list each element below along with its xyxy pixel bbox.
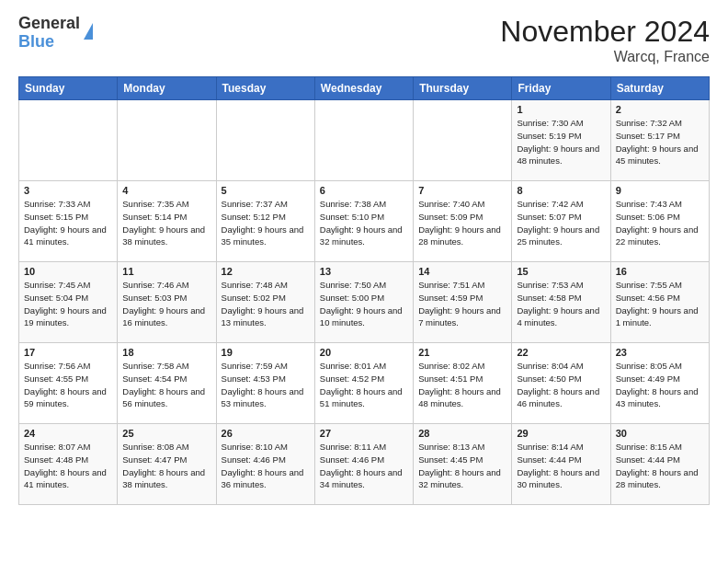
table-row: 9Sunrise: 7:43 AM Sunset: 5:06 PM Daylig… [610,181,709,262]
day-number: 12 [222,266,310,277]
day-number: 24 [24,428,112,439]
title-block: November 2024 Warcq, France [500,15,710,65]
day-number: 1 [517,104,605,115]
day-number: 6 [320,185,408,196]
day-number: 5 [222,185,310,196]
day-number: 2 [616,104,704,115]
calendar-subtitle: Warcq, France [500,49,710,65]
day-info: Sunrise: 7:30 AM Sunset: 5:19 PM Dayligh… [517,117,605,167]
table-row [314,100,413,181]
day-info: Sunrise: 7:50 AM Sunset: 5:00 PM Dayligh… [320,279,408,329]
table-row: 14Sunrise: 7:51 AM Sunset: 4:59 PM Dayli… [414,262,512,343]
table-row: 13Sunrise: 7:50 AM Sunset: 5:00 PM Dayli… [314,262,413,343]
day-info: Sunrise: 7:38 AM Sunset: 5:10 PM Dayligh… [320,198,408,248]
col-monday: Monday [118,77,216,100]
day-info: Sunrise: 7:43 AM Sunset: 5:06 PM Dayligh… [616,198,704,248]
day-number: 22 [517,347,605,358]
day-info: Sunrise: 7:48 AM Sunset: 5:02 PM Dayligh… [222,279,310,329]
table-row: 7Sunrise: 7:40 AM Sunset: 5:09 PM Daylig… [414,181,512,262]
table-row [414,100,512,181]
day-info: Sunrise: 7:56 AM Sunset: 4:55 PM Dayligh… [24,360,112,410]
calendar-title: November 2024 [500,15,710,49]
day-info: Sunrise: 8:15 AM Sunset: 4:44 PM Dayligh… [616,441,704,491]
day-number: 20 [320,347,408,358]
day-info: Sunrise: 8:14 AM Sunset: 4:44 PM Dayligh… [517,441,605,491]
day-info: Sunrise: 7:42 AM Sunset: 5:07 PM Dayligh… [517,198,605,248]
day-number: 21 [418,347,506,358]
table-row: 3Sunrise: 7:33 AM Sunset: 5:15 PM Daylig… [19,181,118,262]
col-sunday: Sunday [19,77,118,100]
day-info: Sunrise: 7:58 AM Sunset: 4:54 PM Dayligh… [122,360,210,410]
logo-line1: General [18,15,80,33]
day-number: 9 [616,185,704,196]
day-number: 26 [222,428,310,439]
table-row: 6Sunrise: 7:38 AM Sunset: 5:10 PM Daylig… [314,181,413,262]
day-info: Sunrise: 7:53 AM Sunset: 4:58 PM Dayligh… [517,279,605,329]
day-info: Sunrise: 7:59 AM Sunset: 4:53 PM Dayligh… [222,360,310,410]
table-row [19,100,118,181]
col-saturday: Saturday [610,77,709,100]
day-number: 14 [418,266,506,277]
logo: General Blue [18,15,93,52]
table-row: 27Sunrise: 8:11 AM Sunset: 4:46 PM Dayli… [314,424,413,505]
col-tuesday: Tuesday [216,77,314,100]
calendar-header-row: Sunday Monday Tuesday Wednesday Thursday… [19,77,710,100]
table-row: 1Sunrise: 7:30 AM Sunset: 5:19 PM Daylig… [512,100,610,181]
table-row: 12Sunrise: 7:48 AM Sunset: 5:02 PM Dayli… [216,262,314,343]
calendar-week-row: 1Sunrise: 7:30 AM Sunset: 5:19 PM Daylig… [19,100,710,181]
table-row: 24Sunrise: 8:07 AM Sunset: 4:48 PM Dayli… [19,424,118,505]
calendar-table: Sunday Monday Tuesday Wednesday Thursday… [18,76,710,505]
day-number: 3 [24,185,112,196]
table-row: 30Sunrise: 8:15 AM Sunset: 4:44 PM Dayli… [610,424,709,505]
calendar-week-row: 17Sunrise: 7:56 AM Sunset: 4:55 PM Dayli… [19,343,710,424]
table-row [216,100,314,181]
day-number: 17 [24,347,112,358]
day-info: Sunrise: 7:35 AM Sunset: 5:14 PM Dayligh… [122,198,210,248]
day-number: 28 [418,428,506,439]
page: General Blue November 2024 Warcq, France… [0,0,728,516]
table-row: 11Sunrise: 7:46 AM Sunset: 5:03 PM Dayli… [118,262,216,343]
table-row: 23Sunrise: 8:05 AM Sunset: 4:49 PM Dayli… [610,343,709,424]
day-number: 15 [517,266,605,277]
table-row: 4Sunrise: 7:35 AM Sunset: 5:14 PM Daylig… [118,181,216,262]
table-row: 19Sunrise: 7:59 AM Sunset: 4:53 PM Dayli… [216,343,314,424]
day-number: 10 [24,266,112,277]
table-row: 25Sunrise: 8:08 AM Sunset: 4:47 PM Dayli… [118,424,216,505]
day-info: Sunrise: 7:37 AM Sunset: 5:12 PM Dayligh… [222,198,310,248]
day-number: 27 [320,428,408,439]
day-info: Sunrise: 7:45 AM Sunset: 5:04 PM Dayligh… [24,279,112,329]
day-info: Sunrise: 8:07 AM Sunset: 4:48 PM Dayligh… [24,441,112,491]
logo-text: General Blue [18,15,80,52]
day-number: 18 [122,347,210,358]
day-number: 29 [517,428,605,439]
day-number: 13 [320,266,408,277]
table-row: 18Sunrise: 7:58 AM Sunset: 4:54 PM Dayli… [118,343,216,424]
day-number: 11 [122,266,210,277]
table-row: 28Sunrise: 8:13 AM Sunset: 4:45 PM Dayli… [414,424,512,505]
table-row: 29Sunrise: 8:14 AM Sunset: 4:44 PM Dayli… [512,424,610,505]
day-number: 8 [517,185,605,196]
day-info: Sunrise: 7:40 AM Sunset: 5:09 PM Dayligh… [418,198,506,248]
table-row: 10Sunrise: 7:45 AM Sunset: 5:04 PM Dayli… [19,262,118,343]
header: General Blue November 2024 Warcq, France [18,15,710,65]
calendar-week-row: 24Sunrise: 8:07 AM Sunset: 4:48 PM Dayli… [19,424,710,505]
table-row: 21Sunrise: 8:02 AM Sunset: 4:51 PM Dayli… [414,343,512,424]
day-info: Sunrise: 8:10 AM Sunset: 4:46 PM Dayligh… [222,441,310,491]
calendar-week-row: 3Sunrise: 7:33 AM Sunset: 5:15 PM Daylig… [19,181,710,262]
day-info: Sunrise: 7:55 AM Sunset: 4:56 PM Dayligh… [616,279,704,329]
logo-triangle-icon [84,23,93,40]
day-info: Sunrise: 8:11 AM Sunset: 4:46 PM Dayligh… [320,441,408,491]
logo-line2: Blue [18,33,80,52]
col-thursday: Thursday [414,77,512,100]
table-row: 2Sunrise: 7:32 AM Sunset: 5:17 PM Daylig… [610,100,709,181]
day-number: 7 [418,185,506,196]
day-number: 19 [222,347,310,358]
calendar-week-row: 10Sunrise: 7:45 AM Sunset: 5:04 PM Dayli… [19,262,710,343]
day-number: 16 [616,266,704,277]
table-row: 5Sunrise: 7:37 AM Sunset: 5:12 PM Daylig… [216,181,314,262]
table-row: 22Sunrise: 8:04 AM Sunset: 4:50 PM Dayli… [512,343,610,424]
day-info: Sunrise: 8:05 AM Sunset: 4:49 PM Dayligh… [616,360,704,410]
day-number: 25 [122,428,210,439]
day-info: Sunrise: 7:32 AM Sunset: 5:17 PM Dayligh… [616,117,704,167]
table-row: 15Sunrise: 7:53 AM Sunset: 4:58 PM Dayli… [512,262,610,343]
